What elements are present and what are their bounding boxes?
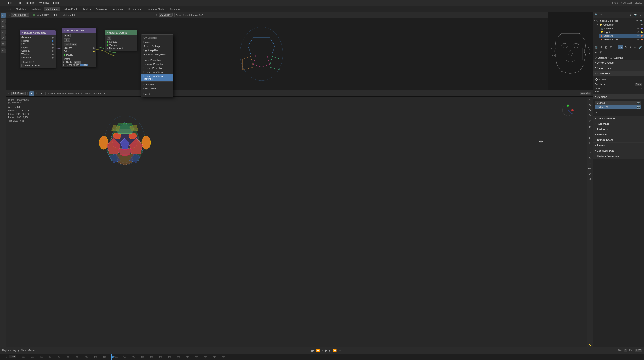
vp-edge-slide-tool[interactable]: ⟺ <box>588 166 592 171</box>
voronoi-dim-dropdown[interactable]: 3D ▾ <box>64 34 70 38</box>
rotate-tool-btn[interactable]: ↻ <box>1 30 6 35</box>
vp-extrude-tool[interactable]: E <box>588 125 592 130</box>
popup-sphere-proj[interactable]: Sphere Projection <box>141 66 173 70</box>
vp-vertex-btn[interactable]: Vertex <box>76 92 82 95</box>
tab-scripting[interactable]: Scripting <box>168 7 182 11</box>
vp-uv-btn[interactable]: UV <box>103 92 106 95</box>
vp-measure-tool[interactable]: 📏 <box>588 342 592 347</box>
vp-spin-tool[interactable]: S <box>588 156 592 160</box>
vp-select-btn[interactable]: Select <box>54 92 61 95</box>
node-canvas[interactable]: ▾ Texture Coordinate Generated Normal UV <box>6 18 154 90</box>
playback-label[interactable]: Playback <box>2 349 11 352</box>
vp-rotate-tool[interactable]: ↻ <box>588 113 592 118</box>
popup-smart-uv[interactable]: Smart UV Project <box>141 44 173 48</box>
vp-shear-tool[interactable]: ⊿ <box>588 177 592 181</box>
prev-keyframe-btn[interactable]: ⏪ <box>316 349 320 352</box>
uv-image-btn[interactable]: Image <box>191 14 198 16</box>
move-tool-btn[interactable]: ✥ <box>1 24 6 29</box>
options-toggle[interactable]: ▾ <box>641 87 642 89</box>
view-layer-tab[interactable]: ◧ <box>604 45 608 50</box>
node-zoom-in[interactable]: + <box>148 13 152 17</box>
vp-view-btn[interactable]: View <box>48 92 53 95</box>
face-maps-header[interactable]: ▸ Face Maps <box>593 121 644 126</box>
uv-canvas[interactable] <box>154 18 592 90</box>
tab-uv-editing[interactable]: UV Editing <box>44 7 60 11</box>
transform-tool-btn[interactable]: ⊞ <box>1 41 6 46</box>
physics-props-tab[interactable]: ⊾ <box>633 45 638 50</box>
render-props-tab[interactable]: 📷 <box>594 45 598 50</box>
scene-props-tab[interactable]: ▽ <box>608 45 613 50</box>
vertex-mode-btn[interactable]: ● <box>29 91 34 96</box>
uv-map-remove-btn[interactable]: - <box>600 110 604 115</box>
tab-compositing[interactable]: Compositing <box>126 7 144 11</box>
prev-frame-btn[interactable]: ◂ <box>321 349 324 352</box>
color-attr-header[interactable]: ▸ Color Attributes <box>593 116 644 121</box>
right-panel-scroll[interactable]: ▾ ⬡ Scene Collection 👁 📷 ▾ 📁 Collection … <box>593 18 644 347</box>
menu-render[interactable]: Render <box>25 1 36 5</box>
uv-uv-btn[interactable]: UV <box>199 14 202 16</box>
tab-texture-paint[interactable]: Texture Paint <box>60 7 79 11</box>
node-type-dropdown[interactable]: Shader Editor ▾ <box>11 13 29 16</box>
object-props-tab[interactable]: ⬡ <box>618 45 623 50</box>
uv-map-item-2[interactable]: UVMap.001 📷 <box>596 105 641 109</box>
vp-shrink-tool[interactable]: ⊙ <box>588 172 592 176</box>
scale-tool-btn[interactable]: ⤢ <box>1 35 6 40</box>
rp-eye-icon[interactable]: 👁 <box>628 13 633 17</box>
scene-collection-root[interactable]: ▾ ⬡ Scene Collection 👁 📷 <box>593 19 644 22</box>
tree-item-suzanne-001[interactable]: ▲ Suzanne.001 👁 <box>599 38 644 41</box>
shading-dropdown[interactable]: Normal ▾ <box>580 92 591 95</box>
jump-end-btn[interactable]: ⏭ <box>338 349 342 352</box>
vp-face-btn[interactable]: Face <box>96 92 102 95</box>
select-tool-btn[interactable]: ↖ <box>1 13 6 18</box>
menu-help[interactable]: Help <box>52 1 60 5</box>
shape-keys-header[interactable]: ▾ Shape Keys <box>593 65 644 70</box>
popup-cylinder-proj[interactable]: Cylinder Projection <box>141 62 173 66</box>
vp-knife-tool[interactable]: K <box>588 146 592 150</box>
cursor-tool-btn[interactable]: ⊕ <box>1 18 6 24</box>
vp-edge-btn[interactable]: Edit Mode <box>84 92 95 95</box>
from-instancer-check[interactable] <box>22 64 24 67</box>
vp-select-tool[interactable]: ↖ <box>588 98 592 102</box>
output-props-tab[interactable]: 🖨 <box>598 45 603 50</box>
active-tool-header[interactable]: ▾ Active Tool <box>593 71 644 76</box>
menu-window[interactable]: Window <box>38 1 50 5</box>
constraints-props-tab[interactable]: 🔗 <box>638 45 642 50</box>
attributes-header[interactable]: ▸ Attributes <box>593 126 644 132</box>
rp-collection-cam[interactable]: 📷 <box>640 19 643 22</box>
popup-clear-seam[interactable]: Clear Seam <box>141 86 173 90</box>
current-frame-indicator[interactable]: 129 <box>9 355 16 358</box>
uv-maps-header[interactable]: ▾ UV Maps <box>593 94 644 100</box>
vp-scale-tool[interactable]: ⤢ <box>588 118 592 123</box>
next-frame-btn[interactable]: ▸ <box>329 349 332 352</box>
keying-label[interactable]: Keying <box>13 349 20 352</box>
world-props-tab[interactable]: ○ <box>613 45 618 50</box>
tree-suzanne-001-eye[interactable]: 👁 <box>637 38 640 41</box>
voronoi-f1-dropdown[interactable]: F1 ▾ <box>64 38 70 42</box>
timeline-ruler[interactable]: 10 20 30 40 50 60 70 80 90 100 110 120 1… <box>0 354 644 360</box>
modifier-props-tab[interactable]: ⚙ <box>623 45 628 50</box>
start-frame-val[interactable]: 1 <box>624 349 628 352</box>
tree-item-light[interactable]: 💡 Light 👁 <box>599 30 644 34</box>
node-voronoi[interactable]: ▾ Voronoi Texture 3D ▾ F1 ▾ Euclidean ▾ … <box>62 28 96 68</box>
end-frame-val[interactable]: 1.250 <box>635 349 642 352</box>
popup-reset[interactable]: Reset <box>141 92 173 96</box>
face-mode-btn[interactable]: ◼ <box>39 91 44 96</box>
mat-out-dropdown[interactable]: All <box>106 36 111 40</box>
tab-shading[interactable]: Shading <box>80 7 93 11</box>
vp-cursor-tool[interactable]: ⊕ <box>588 103 592 107</box>
rp-filter-icon[interactable]: ▼ <box>599 13 604 17</box>
vp-mesh-btn[interactable]: Mesh <box>68 92 74 95</box>
edge-mode-btn[interactable]: ⊡ <box>34 91 39 96</box>
node-material-output[interactable]: ▾ Material Output All Surface Volume <box>105 30 137 51</box>
geometry-data-header[interactable]: ▸ Geometry Data <box>593 148 644 153</box>
jump-start-btn[interactable]: ⏮ <box>311 349 315 352</box>
object-picker[interactable] <box>29 61 32 63</box>
normals-header[interactable]: ▸ Normals <box>593 132 644 137</box>
tab-animation[interactable]: Animation <box>94 7 109 11</box>
marker-label[interactable]: Marker <box>28 349 35 352</box>
texture-space-header[interactable]: ▸ Texture Space <box>593 137 644 142</box>
tab-rendering[interactable]: Rendering <box>109 7 125 11</box>
custom-props-header[interactable]: ▸ Custom Properties <box>593 153 644 158</box>
object-picker-icon[interactable]: ✎ <box>33 61 34 63</box>
tab-layout[interactable]: Layout <box>1 7 13 11</box>
